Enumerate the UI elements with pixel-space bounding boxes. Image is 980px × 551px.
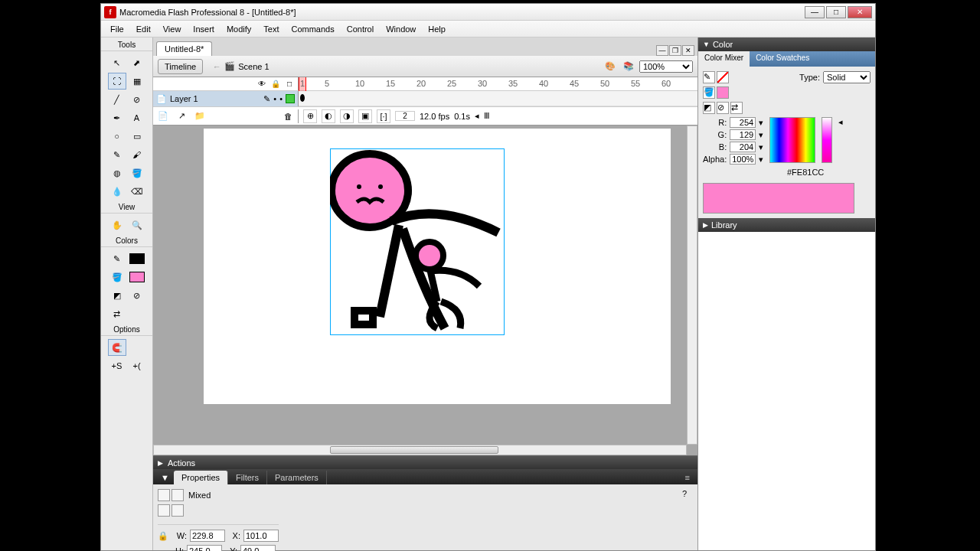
insert-layer-button[interactable]: 📄 (156, 109, 170, 123)
onion-skin-button[interactable]: ◐ (322, 109, 335, 123)
modify-onion-button[interactable]: [·] (377, 109, 390, 123)
color-picker[interactable] (769, 117, 815, 163)
menu-file[interactable]: File (104, 23, 130, 35)
edit-multiple-button[interactable]: ▣ (358, 109, 372, 123)
timeline-toggle[interactable]: Timeline (158, 59, 203, 74)
free-transform-tool[interactable]: ⛶ (108, 73, 126, 90)
a-stepper-icon[interactable]: ▾ (759, 155, 763, 165)
tab-color-swatches[interactable]: Color Swatches (750, 51, 815, 67)
tab-filters[interactable]: Filters (228, 471, 267, 484)
lock-aspect-icon[interactable]: 🔒 (158, 531, 168, 541)
maximize-button[interactable]: □ (826, 6, 846, 18)
b-stepper-icon[interactable]: ▾ (759, 142, 763, 152)
color-panel-header[interactable]: ▼ Color (698, 37, 875, 51)
no-color-icon[interactable]: ⊘ (128, 287, 146, 304)
default-colors-btn[interactable]: ◩ (703, 102, 715, 114)
fill-color-swatch[interactable] (128, 269, 146, 285)
scene-back[interactable]: ← (209, 59, 224, 74)
doc-minimize-button[interactable]: — (656, 45, 668, 56)
timeline-scroll-left[interactable]: ◂ (475, 111, 479, 121)
r-field[interactable] (730, 117, 756, 128)
selection-tool[interactable]: ↖ (108, 54, 126, 71)
snap-option[interactable]: 🧲 (108, 339, 126, 356)
current-frame-field[interactable] (395, 111, 415, 121)
gradient-transform-tool[interactable]: ▦ (128, 73, 146, 90)
height-field[interactable] (187, 545, 222, 551)
tab-properties[interactable]: Properties (174, 471, 228, 484)
keyframe[interactable] (300, 94, 305, 102)
hue-arrow-icon[interactable]: ◂ (838, 117, 843, 165)
stroke-color-swatch[interactable] (128, 250, 146, 267)
edit-scene-icon[interactable]: 🎨 (603, 59, 618, 74)
doc-close-button[interactable]: ✕ (682, 45, 694, 56)
b-field[interactable] (730, 142, 756, 152)
menu-control[interactable]: Control (341, 23, 380, 35)
add-motion-guide-button[interactable]: ↗ (175, 109, 188, 123)
document-tab[interactable]: Untitled-8* (156, 41, 212, 56)
timeline-frames[interactable] (299, 91, 697, 106)
brush-tool[interactable]: 🖌 (128, 146, 146, 163)
timeline-ruler[interactable]: 1 5 10 15 20 25 30 35 40 45 50 55 60 (299, 77, 697, 90)
onion-outline-button[interactable]: ◑ (340, 109, 354, 123)
swap-colors-btn[interactable]: ⇄ (730, 102, 743, 114)
layer-dot1[interactable]: • (273, 94, 276, 103)
line-tool[interactable]: ╱ (108, 91, 126, 108)
rectangle-tool[interactable]: ▭ (128, 128, 146, 145)
show-hide-icon[interactable]: 👁 (256, 79, 267, 90)
paint-bucket-tool[interactable]: 🪣 (128, 165, 146, 181)
g-stepper-icon[interactable]: ▾ (759, 130, 763, 140)
subselect-tool[interactable]: ⬈ (128, 54, 146, 71)
tab-color-mixer[interactable]: Color Mixer (698, 51, 750, 67)
fill-selector-icon[interactable] (717, 71, 729, 83)
stage[interactable] (204, 129, 671, 404)
insert-folder-button[interactable]: 📁 (193, 109, 207, 123)
smooth-option[interactable]: +S (108, 357, 126, 374)
hue-slider[interactable] (822, 117, 832, 163)
center-frame-button[interactable]: ⊕ (303, 109, 317, 123)
library-panel-header[interactable]: ▶ Library (698, 218, 875, 232)
g-field[interactable] (730, 129, 756, 140)
ink-bottle-tool[interactable]: ◍ (108, 165, 126, 181)
eyedropper-tool[interactable]: 💧 (108, 183, 126, 200)
r-stepper-icon[interactable]: ▾ (759, 118, 763, 128)
layer-dot2[interactable]: • (279, 94, 283, 103)
lock-icon[interactable]: 🔒 (270, 79, 281, 90)
delete-layer-button[interactable]: 🗑 (281, 109, 295, 123)
menu-text[interactable]: Text (257, 23, 285, 35)
current-fill-swatch[interactable] (717, 86, 729, 99)
layer-row[interactable]: 📄 Layer 1 ✎ • • (153, 91, 299, 106)
text-tool[interactable]: A (128, 109, 146, 126)
menu-edit[interactable]: Edit (130, 23, 157, 35)
fill-type-select[interactable]: Solid (823, 71, 871, 83)
zoom-tool[interactable]: 🔍 (128, 217, 146, 233)
tab-parameters[interactable]: Parameters (267, 471, 327, 484)
hex-value[interactable]: #FE81CC (787, 168, 824, 177)
outline-icon[interactable]: □ (284, 79, 295, 90)
minimize-button[interactable]: — (805, 6, 825, 18)
menu-insert[interactable]: Insert (187, 23, 220, 35)
pen-tool[interactable]: ✒ (108, 109, 126, 126)
edit-symbols-icon[interactable]: 📚 (621, 59, 636, 74)
pencil-tool[interactable]: ✎ (108, 146, 126, 163)
lasso-tool[interactable]: ⊘ (128, 91, 146, 108)
timeline-scroll-right[interactable]: Ⅲ (484, 111, 490, 121)
alpha-field[interactable] (730, 154, 756, 165)
width-field[interactable] (190, 530, 225, 542)
hand-tool[interactable]: ✋ (108, 217, 126, 233)
straighten-option[interactable]: +( (128, 357, 146, 374)
menu-window[interactable]: Window (380, 23, 422, 35)
default-colors-icon[interactable]: ◩ (108, 287, 126, 304)
stroke-selector-icon[interactable]: ✎ (703, 71, 715, 83)
stage-hscrollbar[interactable] (153, 445, 687, 455)
swap-colors-icon[interactable]: ⇄ (108, 305, 126, 322)
menu-commands[interactable]: Commands (285, 23, 340, 35)
help-icon[interactable]: ? (682, 489, 693, 500)
no-color-btn[interactable]: ⊘ (717, 102, 729, 114)
scene-crumb[interactable]: 🎬 Scene 1 (224, 61, 269, 71)
eraser-tool[interactable]: ⌫ (128, 183, 146, 200)
menu-view[interactable]: View (157, 23, 188, 35)
menu-modify[interactable]: Modify (220, 23, 257, 35)
x-field[interactable] (243, 530, 279, 542)
actions-panel-header[interactable]: ▶ Actions (153, 455, 697, 469)
oval-tool[interactable]: ○ (108, 128, 126, 145)
